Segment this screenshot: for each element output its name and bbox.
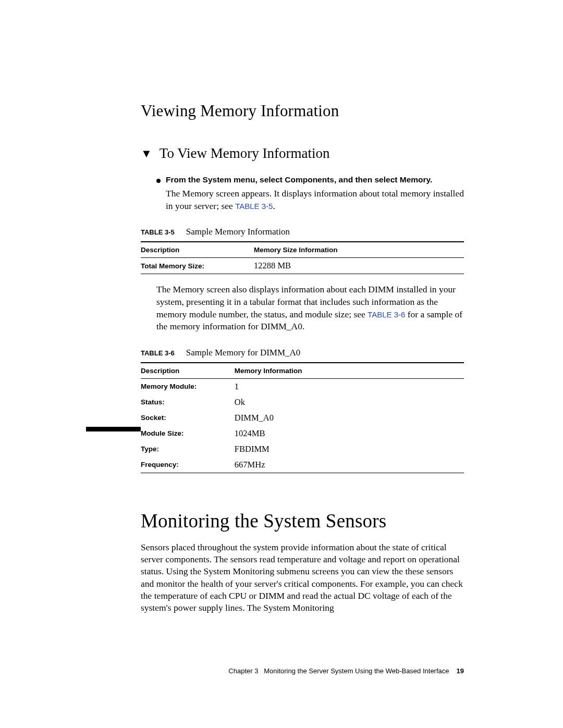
- procedure-heading-row: ▼ To View Memory Information: [141, 145, 464, 162]
- table-3-6-caption: TABLE 3-6 Sample Memory for DIMM_A0: [141, 348, 464, 358]
- table-3-5: Description Memory Size Information Tota…: [141, 241, 464, 274]
- cell-desc: Type:: [141, 441, 235, 457]
- page-footer: Chapter 3 Monitoring the Server System U…: [228, 667, 464, 675]
- table-3-5-label: TABLE 3-5: [141, 228, 175, 236]
- table-3-5-caption: TABLE 3-5 Sample Memory Information: [141, 227, 464, 237]
- table-row: Type: FBDIMM: [141, 441, 464, 457]
- step-description: The Memory screen appears. It displays i…: [166, 188, 464, 212]
- step-instruction: From the System menu, select Components,…: [166, 175, 432, 184]
- table-3-6-title: Sample Memory for DIMM_A0: [186, 348, 301, 357]
- table-row: Memory Module: 1: [141, 378, 464, 394]
- footer-chapter: Chapter 3: [228, 667, 258, 675]
- table-3-6-label: TABLE 3-6: [141, 349, 175, 357]
- table-row: Module Size: 1024MB: [141, 426, 464, 441]
- section-heading-viewing-memory: Viewing Memory Information: [141, 102, 464, 120]
- bullet-icon: [156, 179, 161, 183]
- cell-val: Ok: [235, 394, 464, 410]
- table-header: Memory Information: [235, 363, 464, 379]
- sensors-paragraph: Sensors placed throughout the system pro…: [141, 541, 464, 614]
- table-header: Description: [141, 242, 254, 258]
- cell-val: DIMM_A0: [235, 410, 464, 426]
- cell-desc: Total Memory Size:: [141, 258, 254, 274]
- procedure-step: From the System menu, select Components,…: [156, 175, 464, 212]
- cell-desc: Status:: [141, 394, 235, 410]
- cell-val: FBDIMM: [235, 441, 464, 457]
- cell-val: 1: [235, 378, 464, 394]
- table-row: Status: Ok: [141, 394, 464, 410]
- table-header: Memory Size Information: [254, 242, 464, 258]
- table-3-5-link[interactable]: TABLE 3-5: [235, 202, 273, 211]
- dimm-paragraph: The Memory screen also displays informat…: [156, 283, 464, 333]
- table-header: Description: [141, 363, 235, 379]
- triangle-down-icon: ▼: [141, 148, 152, 159]
- cell-val: 12288 MB: [254, 258, 464, 274]
- cell-val: 1024MB: [235, 426, 464, 441]
- table-3-5-title: Sample Memory Information: [186, 227, 290, 237]
- section-marker-bar: [86, 427, 141, 431]
- table-row: Total Memory Size: 12288 MB: [141, 258, 464, 274]
- cell-desc: Module Size:: [141, 426, 235, 441]
- step-text-1-end: .: [273, 201, 275, 211]
- table-row: Frequency: 667MHz: [141, 457, 464, 473]
- table-row: Socket: DIMM_A0: [141, 410, 464, 426]
- cell-val: 667MHz: [235, 457, 464, 473]
- table-3-6: Description Memory Information Memory Mo…: [141, 362, 464, 473]
- table-3-6-link[interactable]: TABLE 3-6: [368, 310, 405, 319]
- cell-desc: Memory Module:: [141, 378, 235, 394]
- cell-desc: Frequency:: [141, 457, 235, 473]
- section-heading-monitoring-sensors: Monitoring the System Sensors: [141, 510, 464, 532]
- step-text-1: The Memory screen appears. It displays i…: [166, 188, 464, 211]
- page-number: 19: [457, 667, 464, 675]
- procedure-heading: To View Memory Information: [160, 145, 330, 162]
- footer-title: Monitoring the Server System Using the W…: [264, 667, 449, 675]
- cell-desc: Socket:: [141, 410, 235, 426]
